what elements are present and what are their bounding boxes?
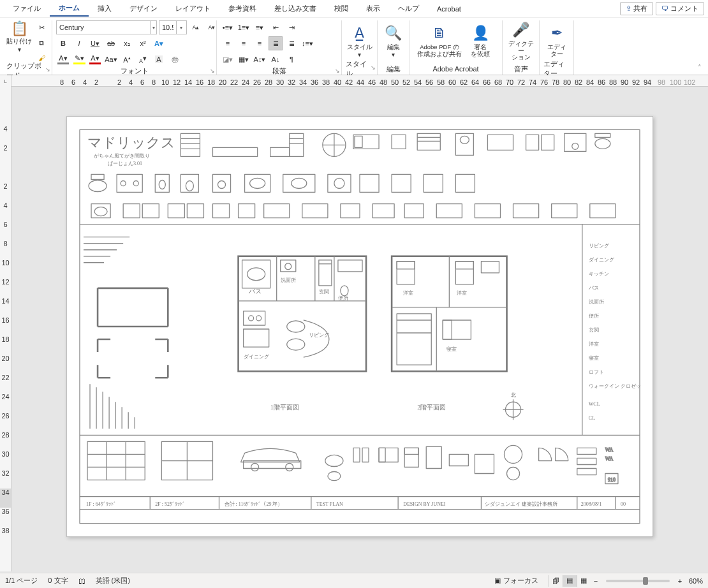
text-effects-button[interactable]: A▾ xyxy=(152,36,166,50)
grow-font-button[interactable]: A▴ xyxy=(189,20,203,34)
grow-font2-button[interactable]: A▴ xyxy=(120,52,134,66)
align-left-button[interactable]: ≡ xyxy=(221,36,235,50)
line-spacing-button[interactable]: ↕≡▾ xyxy=(300,36,314,50)
chevron-down-icon[interactable]: ▾ xyxy=(150,21,156,34)
tab-insert[interactable]: 挿入 xyxy=(89,1,121,16)
svg-rect-35 xyxy=(91,174,104,179)
zoom-level[interactable]: 60% xyxy=(689,577,703,585)
font-family-combo[interactable]: ▾ xyxy=(56,20,157,34)
tab-help[interactable]: ヘルプ xyxy=(389,1,428,16)
change-case-button[interactable]: Aa▾ xyxy=(104,52,118,66)
font-size-combo[interactable]: ▾ xyxy=(159,20,187,34)
status-proofing[interactable]: 🕮 xyxy=(78,577,85,585)
bullets-button[interactable]: •≡▾ xyxy=(221,20,235,34)
status-wordcount[interactable]: 0 文字 xyxy=(48,576,68,585)
tab-mailings[interactable]: 差し込み文書 xyxy=(265,1,325,16)
distribute-button[interactable]: ≣ xyxy=(284,36,299,50)
view-print-button[interactable]: ▤ xyxy=(563,575,577,587)
tab-layout[interactable]: レイアウト xyxy=(166,1,219,16)
borders-button[interactable]: ▦▾ xyxy=(237,52,251,66)
share-button[interactable]: ⇪共有 xyxy=(620,2,653,15)
dialog-launcher-icon[interactable]: ↘ xyxy=(45,66,50,73)
multilist-button[interactable]: ≡▾ xyxy=(253,20,267,34)
zoom-out-button[interactable]: − xyxy=(591,577,601,585)
status-language[interactable]: 英語 (米国) xyxy=(96,576,130,585)
ruler-tick: 14 xyxy=(182,78,194,86)
zoom-in-button[interactable]: + xyxy=(675,577,685,585)
dec-indent-button[interactable]: ⇤ xyxy=(269,20,283,34)
copy-button[interactable]: ⧉ xyxy=(34,36,48,50)
svg-rect-164 xyxy=(404,448,418,467)
sort-button[interactable]: A↕▾ xyxy=(253,52,267,66)
clear-format-button[interactable]: A xyxy=(152,52,166,66)
align-center-button[interactable]: ≡ xyxy=(237,36,251,50)
shading-button[interactable]: ◪▾ xyxy=(221,52,235,66)
svg-point-159 xyxy=(328,472,341,481)
tab-acrobat[interactable]: Acrobat xyxy=(428,3,470,15)
subscript-button[interactable]: x₂ xyxy=(120,36,134,50)
bullets-icon: •≡▾ xyxy=(223,24,233,32)
svg-text:寝室: 寝室 xyxy=(589,355,599,361)
ruler-tick: 40 xyxy=(332,78,343,86)
strike-button[interactable]: ab xyxy=(104,36,118,50)
svg-text:リビング: リビング xyxy=(589,243,610,249)
font-size-input[interactable] xyxy=(159,21,176,34)
inc-indent-button[interactable]: ⇥ xyxy=(284,20,299,34)
svg-text:玄関: 玄関 xyxy=(319,289,329,295)
create-pdf-button[interactable]: 🗎 Adobe PDF の 作成および共有 xyxy=(413,20,466,62)
zoom-thumb[interactable] xyxy=(643,577,648,585)
document-workspace[interactable]: .ln{stroke:#888;stroke-width:1.3;fill:no… xyxy=(11,87,708,571)
shrink-font2-button[interactable]: A▾ xyxy=(136,52,150,66)
tab-references[interactable]: 参考資料 xyxy=(219,1,265,16)
font-color2-button[interactable]: A▾ xyxy=(88,52,102,66)
svg-rect-64 xyxy=(302,204,328,218)
bold-button[interactable]: B xyxy=(56,36,70,50)
enclose-button[interactable]: ㊞ xyxy=(168,52,182,66)
editor-button[interactable]: ✒ エディ ター xyxy=(543,20,570,62)
svg-rect-58 xyxy=(142,204,159,218)
dialog-launcher-icon[interactable]: ↘ xyxy=(335,68,340,74)
italic-button[interactable]: I xyxy=(72,36,86,50)
tab-design[interactable]: デザイン xyxy=(121,1,166,16)
styles-button[interactable]: A̲ スタイル ▾ xyxy=(346,20,373,62)
svg-text:キッチン: キッチン xyxy=(589,271,609,277)
tab-view[interactable]: 表示 xyxy=(357,1,389,16)
chevron-down-icon: ▾ xyxy=(358,51,361,58)
cut-button[interactable]: ✂ xyxy=(34,20,48,34)
group-font-label: フォント xyxy=(121,66,149,76)
align-right-button[interactable]: ≡ xyxy=(253,36,267,50)
ruler-tick: 82 xyxy=(573,78,584,86)
font-color-button[interactable]: A▾ xyxy=(56,52,70,66)
svg-point-155 xyxy=(251,463,259,471)
request-sign-label: 署名 を依頼 xyxy=(471,44,490,58)
status-focus[interactable]: ▣フォーカス xyxy=(494,576,538,585)
tab-review[interactable]: 校閲 xyxy=(325,1,357,16)
superscript-button[interactable]: x² xyxy=(136,36,150,50)
view-read-button[interactable]: 🗐 xyxy=(549,575,563,587)
collapse-ribbon-button[interactable]: ˄ xyxy=(698,64,702,72)
numbering-button[interactable]: 1≡▾ xyxy=(237,20,251,34)
font-family-input[interactable] xyxy=(57,21,150,34)
status-page[interactable]: 1/1 ページ xyxy=(5,576,38,585)
request-sign-button[interactable]: 👤 署名 を依頼 xyxy=(466,20,495,62)
tab-home[interactable]: ホーム xyxy=(50,1,89,17)
page[interactable]: .ln{stroke:#888;stroke-width:1.3;fill:no… xyxy=(66,116,653,537)
dialog-launcher-icon[interactable]: ↘ xyxy=(210,68,215,74)
zoom-slider[interactable] xyxy=(606,580,670,582)
highlight-button[interactable]: ✎▾ xyxy=(72,52,86,66)
edit-button[interactable]: 🔍 編集 ▾ xyxy=(381,20,405,62)
comment-button[interactable]: 🗨コメント xyxy=(656,2,704,15)
view-web-button[interactable]: ▦ xyxy=(577,575,591,587)
dictation-button[interactable]: 🎤 ディクテー ション xyxy=(506,20,535,62)
ruler-horizontal[interactable]: L 8 6 4 2 2 4 6 8 10 12 14 16 18 20 22 2… xyxy=(0,75,708,87)
svg-rect-65 xyxy=(341,204,360,218)
dialog-launcher-icon[interactable]: ↘ xyxy=(371,64,376,71)
align-justify-button[interactable]: ≣ xyxy=(269,36,283,50)
sort2-button[interactable]: A↓ xyxy=(269,52,283,66)
underline-button[interactable]: U▾ xyxy=(88,36,102,50)
ruler-vertical[interactable]: 4 2 2 4 6 8 10 12 14 16 18 20 22 24 26 2… xyxy=(0,87,11,571)
chevron-down-icon[interactable]: ▾ xyxy=(176,21,185,34)
paste-button[interactable]: 📋 貼り付け ▾ xyxy=(6,20,32,53)
tab-file[interactable]: ファイル xyxy=(4,1,50,16)
show-marks-button[interactable]: ¶ xyxy=(284,52,299,66)
